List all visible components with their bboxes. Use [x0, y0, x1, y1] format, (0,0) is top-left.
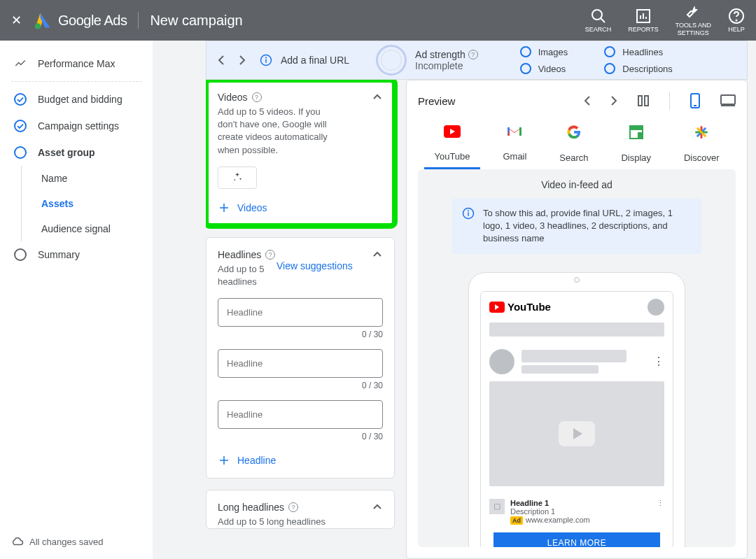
tab-gmail[interactable]: Gmail: [493, 120, 536, 169]
add-videos-button[interactable]: Videos: [218, 201, 383, 214]
check-videos: Videos: [520, 63, 568, 74]
auto-video-box[interactable]: [218, 167, 257, 189]
save-status: All changes saved: [11, 535, 104, 548]
sidebar-sub-audience[interactable]: Audience signal: [21, 216, 153, 241]
phone-preview: YouTube ⋮: [468, 272, 685, 547]
view-suggestions-link[interactable]: View suggestions: [276, 260, 353, 271]
header-divider: [138, 12, 139, 29]
strength-ring: [376, 45, 407, 76]
chevron-up-icon[interactable]: [372, 502, 383, 513]
headline-input-2[interactable]: [218, 349, 383, 378]
search-icon: [590, 8, 607, 24]
help-circle-icon[interactable]: ?: [265, 250, 275, 260]
main-content: Add a final URL Ad strength? Incomplete …: [153, 41, 756, 559]
svg-rect-20: [721, 95, 735, 104]
preview-panel: Preview YouTube: [406, 80, 748, 559]
mobile-icon[interactable]: [690, 93, 701, 108]
sidebar-step-summary[interactable]: Summary: [0, 241, 153, 268]
learn-more-button[interactable]: LEARN MORE: [493, 532, 660, 547]
headline-counter-3: 0 / 30: [218, 432, 383, 441]
help-tool[interactable]: HELP: [728, 8, 745, 34]
prev-icon[interactable]: [218, 55, 225, 66]
strength-label: Ad strength?: [415, 49, 478, 60]
info-icon[interactable]: [260, 54, 272, 66]
play-icon: [559, 421, 595, 446]
svg-point-1: [592, 10, 602, 20]
svg-rect-17: [645, 96, 648, 106]
tools-settings-tool[interactable]: TOOLS AND SETTINGS: [676, 3, 711, 37]
help-circle-icon[interactable]: ?: [288, 502, 298, 512]
videos-card-desc: Add up to 5 videos. If you don't have on…: [218, 106, 333, 157]
cloud-icon: [11, 535, 24, 548]
next-icon[interactable]: [239, 55, 246, 66]
brand-text: Google Ads: [58, 13, 127, 29]
check-descriptions: Descriptions: [604, 63, 673, 74]
long-headlines-desc: Add up to 5 long headlines: [218, 516, 326, 528]
circle-icon: [14, 248, 27, 261]
sidebar-separator: [11, 81, 141, 82]
headlines-card-title: Headlines?: [218, 249, 353, 260]
sidebar-step-campaign[interactable]: Campaign settings: [0, 113, 153, 139]
help-icon: [728, 8, 745, 24]
svg-point-32: [468, 211, 469, 211]
add-headline-button[interactable]: Headline: [218, 454, 383, 467]
svg-rect-24: [630, 126, 643, 130]
more-icon[interactable]: ⋮: [653, 355, 664, 368]
long-headlines-title: Long headlines?: [218, 502, 326, 513]
headline-counter-1: 0 / 30: [218, 330, 383, 339]
plus-icon: [218, 454, 230, 467]
wrench-icon: [685, 3, 701, 20]
desktop-icon[interactable]: [720, 94, 736, 107]
help-circle-icon[interactable]: ?: [252, 92, 262, 102]
search-tool[interactable]: SEARCH: [585, 8, 612, 34]
sidebar-sub-name[interactable]: Name: [21, 166, 153, 191]
reports-tool[interactable]: REPORTS: [628, 8, 658, 34]
ad-headline: Headline 1: [510, 499, 549, 507]
sidebar-step-budget[interactable]: Budget and bidding: [0, 86, 153, 113]
add-final-url-link[interactable]: Add a final URL: [281, 55, 349, 66]
preview-subtitle: Video in-feed ad: [541, 179, 612, 190]
chevron-up-icon[interactable]: [372, 92, 383, 103]
check-images: Images: [520, 46, 568, 57]
help-circle-icon[interactable]: ?: [468, 50, 478, 59]
display-icon: [629, 125, 643, 143]
app-header: ✕ Google Ads New campaign SEARCH REPORTS…: [0, 0, 756, 41]
check-circle-icon: [14, 120, 27, 132]
headline-counter-2: 0 / 30: [218, 381, 383, 390]
tab-youtube[interactable]: YouTube: [424, 120, 479, 169]
videos-card-title: Videos?: [218, 92, 333, 103]
trend-icon: [14, 57, 27, 70]
svg-point-0: [35, 23, 41, 29]
columns-icon[interactable]: [637, 94, 650, 107]
sidebar-step-asset-group[interactable]: Asset group: [0, 139, 153, 166]
headlines-card: Headlines? Add up to 5 headlines View su…: [206, 237, 395, 479]
preview-next-icon[interactable]: [610, 95, 617, 106]
preview-info-banner: To show this ad, provide final URL, 2 im…: [452, 199, 701, 254]
ad-thumbnail-icon: ▢: [489, 499, 505, 514]
tab-search[interactable]: Search: [550, 120, 598, 169]
headline-input-1[interactable]: [218, 298, 383, 327]
strength-value: Incomplete: [415, 60, 478, 71]
svg-line-2: [601, 18, 605, 22]
sidebar-sub-assets[interactable]: Assets: [21, 191, 153, 216]
tab-discover[interactable]: Discover: [674, 120, 729, 169]
preview-prev-icon[interactable]: [584, 95, 591, 106]
sidebar-performance-max[interactable]: Performance Max: [0, 52, 153, 76]
youtube-logo: YouTube: [489, 301, 551, 313]
gmail-icon: [507, 125, 522, 141]
ad-url: www.example.com: [526, 516, 590, 524]
videos-card: Videos? Add up to 5 videos. If you don't…: [206, 80, 395, 226]
info-icon: [462, 207, 475, 220]
chevron-up-icon[interactable]: [372, 249, 383, 260]
headline-input-3[interactable]: [218, 400, 383, 429]
ad-strength-bar: Add a final URL Ad strength? Incomplete …: [206, 41, 748, 80]
reports-icon: [635, 8, 652, 24]
tab-display[interactable]: Display: [611, 120, 661, 169]
ad-tag: Ad: [510, 516, 523, 525]
more-icon[interactable]: ⋮: [657, 499, 664, 524]
video-thumbnail: [489, 381, 664, 486]
google-ads-logo: [33, 10, 52, 30]
circle-icon: [14, 146, 27, 159]
svg-rect-16: [638, 96, 642, 106]
close-icon[interactable]: ✕: [11, 13, 22, 28]
